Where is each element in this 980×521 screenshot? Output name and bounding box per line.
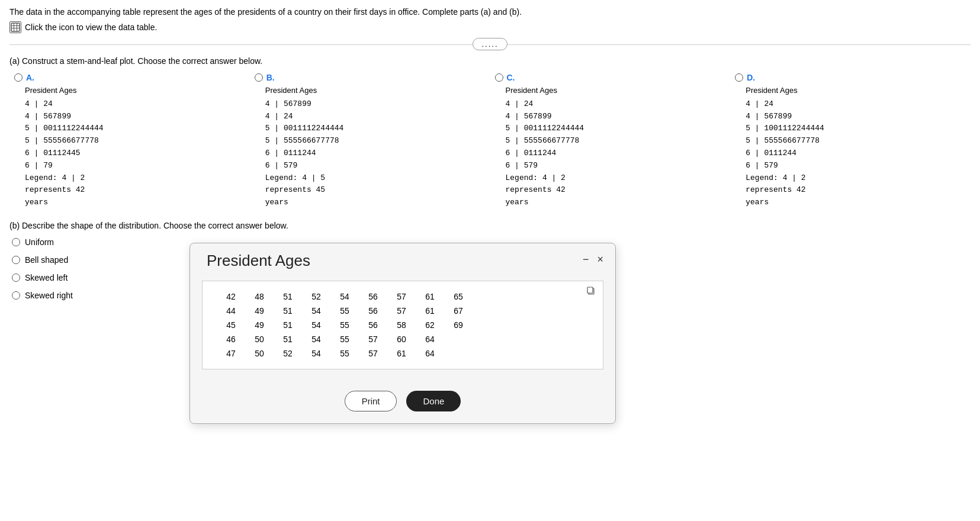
sl-row-a-8: years: [25, 197, 245, 209]
data-cell: 44: [217, 305, 245, 317]
minimize-button[interactable]: −: [583, 254, 589, 265]
print-button[interactable]: Print: [345, 391, 397, 411]
sl-row-d-6: Legend: 4 | 2: [746, 172, 966, 185]
option-label-c: C.: [507, 73, 515, 82]
sl-row-b-8: years: [265, 197, 486, 209]
radio-uniform[interactable]: [12, 238, 20, 246]
sl-row-c-0: 4 | 24: [506, 98, 726, 111]
modal-title: President Ages: [207, 252, 310, 270]
sl-row-d-4: 6 | 0111244: [746, 147, 966, 160]
data-cell: 45: [217, 319, 245, 331]
sl-row-a-6: Legend: 4 | 2: [25, 172, 245, 185]
data-cell: 61: [387, 348, 416, 359]
sl-row-c-6: Legend: 4 | 2: [506, 172, 726, 185]
sl-row-c-4: 6 | 0111244: [506, 147, 726, 160]
option-skewed-right[interactable]: Skewed right: [12, 291, 187, 300]
sl-row-d-3: 5 | 555566677778: [746, 135, 966, 147]
data-cell: 54: [302, 348, 330, 359]
divider-row: .....: [9, 38, 971, 50]
sl-row-a-1: 4 | 567899: [25, 111, 245, 123]
sl-row-a-4: 6 | 01112445: [25, 147, 245, 160]
data-cell: 54: [302, 305, 330, 317]
radio-a[interactable]: [14, 73, 23, 82]
close-button[interactable]: ×: [597, 254, 603, 265]
radio-c[interactable]: [495, 73, 503, 82]
radio-skewed-right[interactable]: [12, 291, 20, 300]
icon-label: Click the icon to view the data table.: [25, 22, 157, 32]
sl-row-c-5: 6 | 579: [506, 160, 726, 172]
part-a-label: (a) Construct a stem-and-leaf plot. Choo…: [9, 56, 971, 66]
data-cell: 56: [359, 305, 387, 317]
sl-row-a-2: 5 | 0011112244444: [25, 123, 245, 135]
data-cell: 51: [274, 305, 302, 317]
svg-rect-0: [11, 23, 20, 31]
sl-row-c-8: years: [506, 197, 726, 209]
data-cell: 61: [416, 291, 444, 303]
sl-row-b-2: 5 | 0011112244444: [265, 123, 486, 135]
modal-body: 4248515254565761654449515455565761674549…: [190, 275, 615, 385]
radio-d[interactable]: [735, 73, 743, 82]
data-cell: 65: [444, 291, 473, 303]
done-button[interactable]: Done: [406, 391, 461, 411]
sl-row-a-5: 6 | 79: [25, 160, 245, 172]
stem-leaf-title-a: President Ages: [25, 85, 245, 97]
data-cell: 58: [387, 319, 416, 331]
data-cell: 56: [359, 319, 387, 331]
label-bell-shaped: Bell shaped: [25, 255, 68, 265]
sl-row-b-0: 4 | 567899: [265, 98, 486, 111]
data-cell: 64: [416, 348, 444, 359]
data-cell: 51: [274, 333, 302, 345]
data-cell: 51: [274, 291, 302, 303]
data-cell: 54: [302, 319, 330, 331]
sl-row-a-3: 5 | 555566677778: [25, 135, 245, 147]
option-header-b[interactable]: B.: [255, 73, 486, 82]
data-cell: 57: [387, 291, 416, 303]
data-cell: 46: [217, 333, 245, 345]
sl-row-b-5: 6 | 579: [265, 160, 486, 172]
radio-b[interactable]: [255, 73, 263, 82]
stem-leaf-b: President Ages 4 | 567899 4 | 24 5 | 001…: [265, 85, 486, 209]
data-cell: 57: [359, 348, 387, 359]
option-header-c[interactable]: C.: [495, 73, 726, 82]
stem-leaf-a: President Ages 4 | 24 4 | 567899 5 | 001…: [25, 85, 245, 209]
sl-row-b-4: 6 | 0111244: [265, 147, 486, 160]
option-col-a: A. President Ages 4 | 24 4 | 567899 5 | …: [9, 73, 250, 209]
data-cell: 52: [274, 348, 302, 359]
part-b-label: (b) Describe the shape of the distributi…: [9, 221, 971, 230]
option-header-d[interactable]: D.: [735, 73, 966, 82]
dots-pill[interactable]: .....: [473, 38, 507, 50]
options-row: A. President Ages 4 | 24 4 | 567899 5 | …: [9, 73, 971, 209]
option-uniform[interactable]: Uniform: [12, 237, 187, 247]
option-bell-shaped[interactable]: Bell shaped: [12, 255, 187, 265]
label-skewed-left: Skewed left: [25, 273, 68, 282]
sl-row-c-1: 4 | 567899: [506, 111, 726, 123]
sl-row-b-3: 5 | 555566677778: [265, 135, 486, 147]
sl-row-d-5: 6 | 579: [746, 160, 966, 172]
data-cell: 55: [330, 348, 359, 359]
data-cell: 49: [245, 319, 274, 331]
copy-icon[interactable]: [586, 286, 596, 297]
data-table-modal: President Ages − × 424851525456576165444…: [189, 243, 616, 424]
sl-row-d-0: 4 | 24: [746, 98, 966, 111]
option-skewed-left[interactable]: Skewed left: [12, 273, 187, 282]
svg-rect-6: [587, 287, 593, 293]
sl-row-b-7: represents 45: [265, 184, 486, 197]
option-header-a[interactable]: A.: [14, 73, 245, 82]
sl-row-c-7: represents 42: [506, 184, 726, 197]
label-skewed-right: Skewed right: [25, 291, 73, 300]
sl-row-b-1: 4 | 24: [265, 111, 486, 123]
radio-skewed-left[interactable]: [12, 274, 20, 282]
data-cell: 48: [245, 291, 274, 303]
sl-row-a-7: represents 42: [25, 184, 245, 197]
table-icon[interactable]: [9, 21, 21, 33]
option-label-b: B.: [266, 73, 275, 82]
data-cell: 50: [245, 333, 274, 345]
data-cell: 50: [245, 348, 274, 359]
stem-leaf-title-b: President Ages: [265, 85, 486, 97]
modal-header: President Ages − ×: [190, 243, 615, 275]
radio-bell-shaped[interactable]: [12, 256, 20, 264]
data-cell: 42: [217, 291, 245, 303]
option-col-b: B. President Ages 4 | 567899 4 | 24 5 | …: [250, 73, 490, 209]
sl-row-d-2: 5 | 1001112244444: [746, 123, 966, 135]
option-col-d: D. President Ages 4 | 24 4 | 567899 5 | …: [730, 73, 971, 209]
